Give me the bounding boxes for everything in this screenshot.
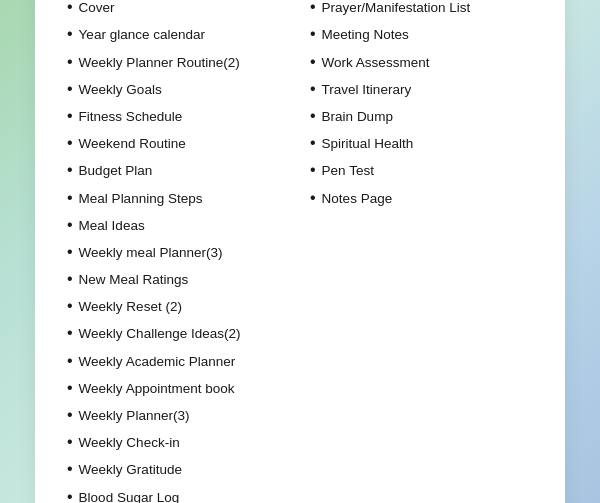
- list-item: Weekly Check-in: [67, 428, 290, 455]
- list-item: Weekly Planner Routine(2): [67, 48, 290, 75]
- right-column: Prayer/Manifestation ListMeeting NotesWo…: [310, 0, 533, 503]
- list-item: Weekly Goals: [67, 75, 290, 102]
- list-item: Weekly Appointment book: [67, 374, 290, 401]
- list-item: Weekend Routine: [67, 129, 290, 156]
- list-item: Weekly meal Planner(3): [67, 238, 290, 265]
- list-item: Brain Dump: [310, 102, 533, 129]
- list-item: Travel Itinerary: [310, 75, 533, 102]
- list-item: Work Assessment: [310, 48, 533, 75]
- content-card: CoverYear glance calendarWeekly Planner …: [35, 0, 565, 503]
- list-item: Weekly Planner(3): [67, 401, 290, 428]
- list-item: Prayer/Manifestation List: [310, 0, 533, 20]
- list-item: Meal Ideas: [67, 211, 290, 238]
- list-item: Pen Test: [310, 156, 533, 183]
- right-list: Prayer/Manifestation ListMeeting NotesWo…: [310, 0, 533, 211]
- list-item: Weekly Challenge Ideas(2): [67, 319, 290, 346]
- list-item: Meeting Notes: [310, 20, 533, 47]
- list-item: Weekly Gratitude: [67, 455, 290, 482]
- list-item: Meal Planning Steps: [67, 184, 290, 211]
- list-item: Year glance calendar: [67, 20, 290, 47]
- left-list: CoverYear glance calendarWeekly Planner …: [67, 0, 290, 503]
- list-item: Weekly Reset (2): [67, 292, 290, 319]
- left-column: CoverYear glance calendarWeekly Planner …: [67, 0, 290, 503]
- list-item: New Meal Ratings: [67, 265, 290, 292]
- list-item: Blood Sugar Log: [67, 483, 290, 503]
- list-item: Weekly Academic Planner: [67, 347, 290, 374]
- list-item: Fitness Schedule: [67, 102, 290, 129]
- list-item: Spiritual Health: [310, 129, 533, 156]
- list-item: Budget Plan: [67, 156, 290, 183]
- list-item: Cover: [67, 0, 290, 20]
- list-item: Notes Page: [310, 184, 533, 211]
